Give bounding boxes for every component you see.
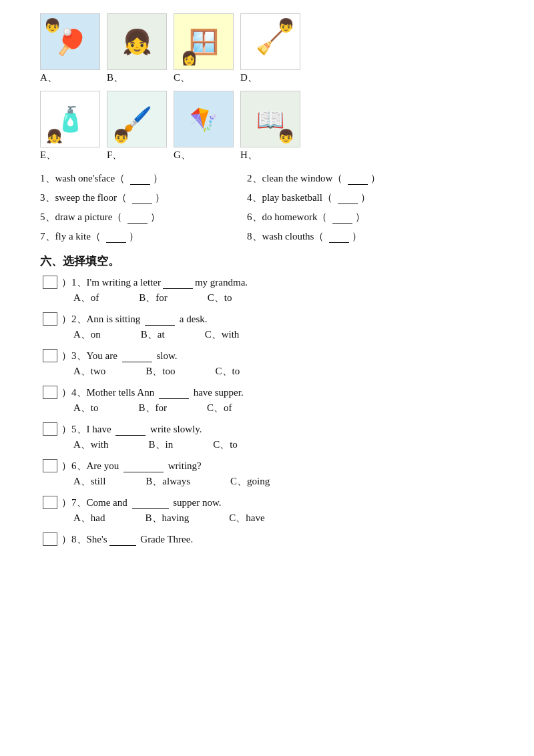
matching-section: 1、wash one'sface（ ） 2、clean the window（ …: [40, 172, 494, 243]
mc-option-4b[interactable]: B、for: [139, 402, 168, 414]
image-row-2: 🧴 👧 E、 🖌️ 👦 F、 🪁 G、 📖 👦 H、: [40, 91, 494, 161]
image-label-g: G、: [174, 149, 191, 161]
image-label-h: H、: [240, 149, 258, 161]
image-a-box: 🏓 👦: [40, 13, 100, 70]
matching-item-7: 7、fly a kite（ ）: [40, 230, 227, 243]
mc-option-1c[interactable]: C、to: [208, 292, 232, 304]
mc-blank-3[interactable]: [122, 362, 152, 362]
mc-option-6a[interactable]: A、still: [73, 475, 105, 488]
image-item-h: 📖 👦 H、: [240, 91, 300, 161]
matching-close-3: ）: [155, 192, 165, 204]
mc-q-row-5: ）5、I have write slowly.: [40, 422, 494, 436]
mc-q1-text: ）1、I'm writing a lettermy grandma.: [61, 276, 248, 289]
image-label-b: B、: [107, 71, 123, 84]
mc-question-3: ）3、You are slow. A、two B、too C、to: [40, 349, 494, 378]
mc-option-5b[interactable]: B、in: [149, 438, 174, 451]
mc-answer-blank-5[interactable]: [43, 422, 57, 436]
matching-num-5: 5、draw a picture（: [40, 211, 122, 224]
matching-num-7: 7、fly a kite（: [40, 230, 101, 243]
mc-option-3c[interactable]: C、to: [216, 365, 240, 378]
matching-blank-6[interactable]: [332, 212, 352, 224]
mc-options-7: A、had B、having C、have: [73, 512, 494, 524]
mc-option-1a[interactable]: A、of: [73, 292, 99, 304]
mc-options-3: A、two B、too C、to: [73, 365, 494, 378]
matching-blank-5[interactable]: [127, 212, 148, 224]
image-item-g: 🪁 G、: [174, 91, 234, 161]
mc-option-4c[interactable]: C、of: [207, 402, 232, 414]
matching-close-2: ）: [370, 172, 380, 185]
mc-blank-1[interactable]: [163, 288, 193, 289]
mc-q-row-7: ）7、Come and supper now.: [40, 496, 494, 509]
matching-blank-2[interactable]: [348, 173, 368, 185]
matching-item-8: 8、wash clouths（ ）: [247, 230, 434, 243]
matching-row-4: 7、fly a kite（ ） 8、wash clouths（ ）: [40, 230, 494, 243]
mc-answer-blank-6[interactable]: [43, 459, 57, 472]
mc-blank-2[interactable]: [145, 325, 175, 326]
matching-blank-7[interactable]: [106, 231, 126, 243]
mc-option-5c[interactable]: C、to: [213, 438, 238, 451]
mc-blank-6[interactable]: [123, 472, 164, 472]
image-row-1: 🏓 👦 A、 👧 B、 🪟 👩 C、 🧹 👦 D、: [40, 13, 494, 84]
mc-question-5: ）5、I have write slowly. A、with B、in C、to: [40, 422, 494, 451]
mc-option-7c[interactable]: C、have: [229, 512, 264, 524]
matching-num-2: 2、clean the window（: [247, 172, 342, 185]
mc-question-6: ）6、Are you writing? A、still B、always C、g…: [40, 459, 494, 488]
mc-option-3b[interactable]: B、too: [146, 365, 175, 378]
mc-option-4a[interactable]: A、to: [73, 402, 99, 414]
image-b-box: 👧: [107, 13, 167, 70]
mc-question-4: ）4、Mother tells Ann have supper. A、to B、…: [40, 386, 494, 414]
mc-option-7a[interactable]: A、had: [73, 512, 105, 524]
mc-option-1b[interactable]: B、for: [139, 292, 168, 304]
image-label-a: A、: [40, 71, 57, 84]
matching-num-1: 1、wash one'sface（: [40, 172, 125, 185]
image-item-b: 👧 B、: [107, 13, 167, 84]
section6-header: 六、选择填空。: [40, 254, 494, 269]
mc-blank-5[interactable]: [115, 435, 146, 436]
mc-options-1: A、of B、for C、to: [73, 292, 494, 304]
mc-q-row-6: ）6、Are you writing?: [40, 459, 494, 472]
mc-answer-blank-8[interactable]: [43, 532, 57, 546]
image-label-c: C、: [174, 71, 190, 84]
mc-option-6b[interactable]: B、always: [146, 475, 190, 488]
mc-blank-4[interactable]: [159, 398, 189, 399]
mc-blank-7[interactable]: [132, 508, 169, 509]
mc-answer-blank-1[interactable]: [43, 276, 57, 289]
image-g-box: 🪁: [174, 91, 234, 147]
mc-answer-blank-2[interactable]: [43, 312, 57, 326]
mc-q-row-1: ）1、I'm writing a lettermy grandma.: [40, 276, 494, 289]
matching-blank-1[interactable]: [130, 173, 150, 185]
image-item-a: 🏓 👦 A、: [40, 13, 100, 84]
image-item-d: 🧹 👦 D、: [240, 13, 300, 84]
matching-close-7: ）: [129, 230, 139, 243]
image-d-box: 🧹 👦: [240, 13, 300, 70]
mc-options-2: A、on B、at C、with: [73, 328, 494, 341]
matching-close-8: ）: [352, 230, 362, 243]
matching-blank-4[interactable]: [338, 192, 358, 204]
mc-blank-8[interactable]: [109, 545, 136, 546]
mc-option-5a[interactable]: A、with: [73, 438, 109, 451]
mc-question-7: ）7、Come and supper now. A、had B、having C…: [40, 496, 494, 524]
mc-option-6c[interactable]: C、going: [230, 475, 270, 488]
matching-close-5: ）: [150, 211, 160, 224]
mc-answer-blank-3[interactable]: [43, 349, 57, 362]
matching-row-1: 1、wash one'sface（ ） 2、clean the window（ …: [40, 172, 494, 185]
matching-item-3: 3、sweep the floor（ ）: [40, 192, 227, 204]
mc-option-2c[interactable]: C、with: [205, 328, 240, 341]
image-c-box: 🪟 👩: [174, 13, 234, 70]
mc-q7-text: ）7、Come and supper now.: [61, 496, 222, 509]
mc-q3-text: ）3、You are slow.: [61, 350, 178, 362]
matching-blank-3[interactable]: [132, 192, 152, 204]
matching-item-2: 2、clean the window（ ）: [247, 172, 434, 185]
mc-option-2a[interactable]: A、on: [73, 328, 101, 341]
mc-option-7b[interactable]: B、having: [146, 512, 190, 524]
mc-q-row-4: ）4、Mother tells Ann have supper.: [40, 386, 494, 399]
mc-option-3a[interactable]: A、two: [73, 365, 105, 378]
mc-q8-text: ）8、She's Grade Three.: [61, 533, 193, 546]
mc-option-2b[interactable]: B、at: [141, 328, 165, 341]
matching-blank-8[interactable]: [329, 231, 349, 243]
mc-answer-blank-7[interactable]: [43, 496, 57, 509]
mc-q2-text: ）2、Ann is sitting a desk.: [61, 313, 208, 326]
matching-num-6: 6、do homework（: [247, 211, 327, 224]
matching-num-4: 4、play basketball（: [247, 192, 332, 204]
mc-answer-blank-4[interactable]: [43, 386, 57, 399]
